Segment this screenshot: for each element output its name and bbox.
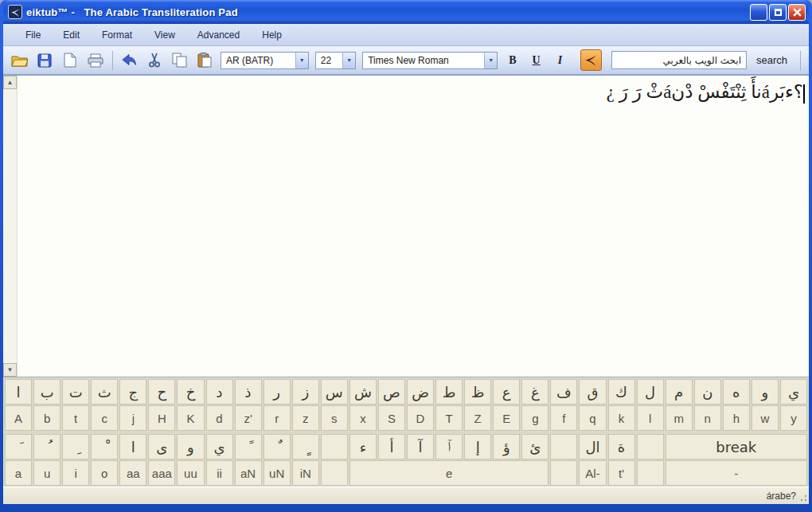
key[interactable]: g bbox=[521, 405, 548, 431]
key[interactable]: A bbox=[5, 405, 32, 431]
key[interactable]: ظ bbox=[464, 379, 491, 405]
print-button[interactable] bbox=[84, 49, 107, 72]
key[interactable]: E bbox=[493, 405, 520, 431]
key[interactable]: i bbox=[62, 460, 89, 486]
key[interactable]: د bbox=[206, 379, 233, 405]
key[interactable]: ِ bbox=[62, 434, 89, 459]
key[interactable]: ز bbox=[292, 379, 319, 405]
key[interactable]: s bbox=[321, 405, 348, 431]
key[interactable]: ن bbox=[694, 379, 721, 405]
key[interactable]: S bbox=[378, 405, 405, 431]
key[interactable]: ؤ bbox=[493, 434, 520, 459]
paste-button[interactable] bbox=[193, 49, 217, 72]
cut-button[interactable] bbox=[142, 49, 166, 72]
font-name-dropdown[interactable]: Times New Roman ▼ bbox=[362, 52, 498, 69]
key[interactable]: break bbox=[666, 434, 807, 459]
key[interactable]: ث bbox=[91, 379, 118, 405]
key[interactable]: إ bbox=[464, 434, 491, 459]
key[interactable] bbox=[637, 460, 664, 486]
key[interactable]: l bbox=[637, 405, 664, 431]
key[interactable]: y bbox=[780, 405, 807, 431]
key[interactable]: k bbox=[608, 405, 635, 431]
menu-item[interactable]: Edit bbox=[52, 26, 91, 44]
menu-item[interactable]: View bbox=[143, 26, 186, 44]
key[interactable]: ٌ bbox=[264, 434, 291, 459]
key[interactable]: ر bbox=[264, 379, 291, 405]
key[interactable]: ئ bbox=[521, 434, 548, 459]
arabic-mode-toggle-button[interactable] bbox=[580, 49, 602, 71]
key[interactable]: ii bbox=[206, 460, 233, 486]
key[interactable]: t' bbox=[608, 460, 635, 486]
editor-text[interactable]: ؟ءبَرáنأَ ثِنْتَفْسْ دْنáثْ رَ رَ ¿ bbox=[18, 76, 809, 377]
key[interactable]: أ bbox=[378, 434, 405, 459]
maximize-button[interactable] bbox=[769, 4, 787, 21]
key[interactable]: ش bbox=[349, 379, 377, 405]
key[interactable]: س bbox=[321, 379, 348, 405]
key[interactable]: غ bbox=[521, 379, 548, 405]
key[interactable]: ح bbox=[148, 379, 175, 405]
key[interactable]: ٍ bbox=[292, 434, 319, 459]
key[interactable]: ي bbox=[206, 434, 233, 459]
key[interactable]: ي bbox=[780, 379, 807, 405]
key[interactable]: ء bbox=[349, 434, 377, 459]
vertical-scrollbar[interactable]: ▲ ▼ bbox=[3, 76, 18, 377]
key[interactable]: a bbox=[5, 460, 32, 486]
key[interactable]: q bbox=[579, 405, 606, 431]
search-button[interactable]: search bbox=[748, 54, 795, 66]
key[interactable]: w bbox=[751, 405, 779, 431]
key[interactable]: e bbox=[349, 460, 549, 486]
key[interactable]: ى bbox=[148, 434, 175, 459]
key[interactable]: m bbox=[666, 405, 693, 431]
key[interactable]: d bbox=[206, 405, 233, 431]
key[interactable]: - bbox=[666, 460, 807, 486]
key[interactable]: ق bbox=[579, 379, 606, 405]
scroll-up-icon[interactable]: ▲ bbox=[3, 76, 17, 89]
key[interactable]: aa bbox=[119, 460, 146, 486]
key[interactable]: ت bbox=[62, 379, 89, 405]
key[interactable]: ف bbox=[550, 379, 577, 405]
menu-item[interactable]: Advanced bbox=[186, 26, 251, 44]
key[interactable]: aaa bbox=[148, 460, 175, 486]
key[interactable]: ُ bbox=[33, 434, 61, 459]
italic-button[interactable]: I bbox=[549, 50, 572, 71]
key[interactable]: ْ bbox=[91, 434, 118, 459]
key[interactable]: D bbox=[407, 405, 434, 431]
key[interactable]: r bbox=[264, 405, 291, 431]
title-bar[interactable]: eiktub™ - The Arabic Transliteration Pad… bbox=[3, 0, 809, 24]
key[interactable] bbox=[637, 434, 664, 459]
key[interactable]: iN bbox=[292, 460, 319, 486]
key[interactable]: ال bbox=[579, 434, 606, 459]
key[interactable]: T bbox=[435, 405, 463, 431]
key[interactable]: x bbox=[349, 405, 377, 431]
key[interactable]: ٱ bbox=[435, 434, 463, 459]
scheme-dropdown[interactable]: AR (BATR) ▼ bbox=[221, 52, 309, 69]
key[interactable]: n bbox=[694, 405, 721, 431]
key[interactable] bbox=[550, 460, 577, 486]
menu-item[interactable]: File bbox=[14, 26, 52, 44]
key[interactable]: u bbox=[33, 460, 61, 486]
minimize-button[interactable]: _ bbox=[750, 4, 767, 21]
resize-grip[interactable] bbox=[798, 492, 807, 502]
menu-item[interactable]: Format bbox=[91, 26, 143, 44]
key[interactable]: o bbox=[91, 460, 118, 486]
key[interactable]: ض bbox=[407, 379, 434, 405]
new-document-button[interactable] bbox=[58, 49, 82, 72]
key[interactable]: ع bbox=[493, 379, 520, 405]
key[interactable]: h bbox=[723, 405, 750, 431]
key[interactable]: H bbox=[148, 405, 175, 431]
key[interactable]: Al- bbox=[579, 460, 606, 486]
chevron-down-icon[interactable]: ▼ bbox=[295, 53, 308, 68]
key[interactable]: ص bbox=[378, 379, 405, 405]
open-button[interactable] bbox=[8, 49, 32, 72]
undo-button[interactable] bbox=[118, 49, 142, 72]
editor-area[interactable]: ▲ ▼ ؟ءبَرáنأَ ثِنْتَفْسْ دْنáثْ رَ رَ ¿ bbox=[3, 76, 809, 377]
menu-item[interactable]: Help bbox=[251, 26, 293, 44]
key[interactable] bbox=[550, 434, 577, 459]
key[interactable]: Z bbox=[464, 405, 491, 431]
underline-button[interactable]: U bbox=[525, 50, 548, 71]
key[interactable]: ذ bbox=[235, 379, 262, 405]
key[interactable]: و bbox=[751, 379, 779, 405]
key[interactable] bbox=[321, 434, 348, 459]
key[interactable]: f bbox=[550, 405, 577, 431]
key[interactable]: ا bbox=[119, 434, 146, 459]
